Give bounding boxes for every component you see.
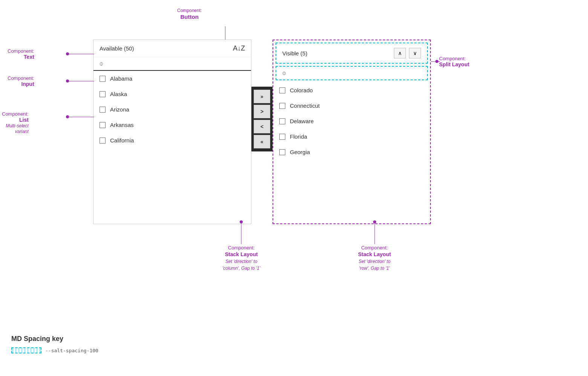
split-layout-label: Component: Split Layout bbox=[439, 56, 469, 67]
split-layout-annotation: Component: Split Layout bbox=[439, 56, 469, 67]
button-component-label: Component: bbox=[177, 8, 202, 13]
stack-right-desc2: 'row', Gap to '1' bbox=[359, 266, 390, 271]
text-annot-dot bbox=[66, 52, 69, 55]
checkbox-delaware[interactable] bbox=[279, 118, 285, 124]
list-item[interactable]: Colorado bbox=[273, 83, 430, 98]
split-annot-dot bbox=[435, 60, 438, 63]
checkbox-alaska[interactable] bbox=[100, 91, 106, 97]
right-filter-input[interactable] bbox=[289, 70, 421, 76]
chevron-up-button[interactable]: ∧ bbox=[394, 48, 406, 58]
stack-left-desc1: Set 'direction' to bbox=[225, 259, 257, 264]
list-item[interactable]: Alaska bbox=[93, 86, 251, 102]
item-label-alabama: Alabama bbox=[110, 75, 132, 82]
filter-icon-right: ⌽ bbox=[282, 70, 286, 76]
checkbox-arkansas[interactable] bbox=[100, 122, 106, 128]
item-label-arkansas: Arkansas bbox=[110, 122, 134, 128]
spacing-swatch bbox=[11, 347, 41, 353]
spacing-label: --salt-spacing-100 bbox=[45, 348, 98, 353]
item-label-colorado: Colorado bbox=[290, 87, 313, 93]
item-label-florida: Florida bbox=[290, 133, 307, 140]
list-item[interactable]: Georgia bbox=[273, 144, 430, 160]
right-panel: Visible (5) ∧ ∨ ⌽ Colorado Connect bbox=[273, 40, 431, 224]
text-label: Component: Text bbox=[8, 48, 34, 60]
stack-right-line-up bbox=[374, 222, 375, 244]
left-panel-header: Available (50) A↓Z bbox=[93, 40, 251, 57]
left-list: Alabama Alaska Arizona Arkansas Californ… bbox=[93, 71, 251, 224]
list-component-annotation: Component: List Multi-selectvariant bbox=[2, 111, 29, 134]
checkbox-arizona[interactable] bbox=[100, 107, 106, 113]
stack-right-comp-label: Component: bbox=[361, 245, 388, 251]
left-filter-input[interactable] bbox=[106, 61, 245, 67]
spacing-key-item: --salt-spacing-100 bbox=[11, 347, 98, 353]
list-annot-line bbox=[68, 117, 94, 117]
checkbox-alabama[interactable] bbox=[100, 76, 106, 82]
list-item[interactable]: Arkansas bbox=[93, 117, 251, 133]
stack-left-line-up bbox=[241, 222, 242, 244]
list-item[interactable]: Alabama bbox=[93, 71, 251, 86]
item-label-delaware: Delaware bbox=[290, 118, 314, 124]
stack-right-comp-name: Stack Layout bbox=[358, 251, 391, 257]
main-canvas: Component: Button ▼ Available (50) A↓Z ⌽… bbox=[0, 0, 588, 376]
list-label: Component: List Multi-selectvariant bbox=[2, 111, 29, 134]
left-panel-title: Available (50) bbox=[100, 45, 134, 52]
move-all-right-button[interactable]: » bbox=[254, 90, 270, 103]
stack-layout-left-annotation: Component: Stack Layout Set 'direction' … bbox=[222, 244, 260, 271]
list-item[interactable]: Arizona bbox=[93, 102, 251, 117]
checkbox-florida[interactable] bbox=[279, 134, 285, 140]
right-filter-row: ⌽ bbox=[276, 66, 428, 80]
stack-left-desc2: 'column', Gap to '1' bbox=[222, 266, 260, 271]
spacing-key-title: MD Spacing key bbox=[11, 335, 98, 343]
checkbox-georgia[interactable] bbox=[279, 149, 285, 155]
item-label-georgia: Georgia bbox=[290, 149, 310, 155]
text-annot-line bbox=[68, 54, 94, 54]
chevron-buttons: ∧ ∨ bbox=[394, 48, 421, 58]
button-component-name: Button bbox=[181, 14, 199, 20]
checkbox-colorado[interactable] bbox=[279, 87, 285, 93]
checkbox-connecticut[interactable] bbox=[279, 103, 285, 109]
left-panel: Available (50) A↓Z ⌽ Alabama Alaska Ariz… bbox=[93, 40, 251, 224]
stack-layout-right-annotation: Component: Stack Layout Set 'direction' … bbox=[358, 244, 391, 271]
move-left-button[interactable]: < bbox=[254, 120, 270, 133]
sort-icon[interactable]: A↓Z bbox=[233, 44, 245, 52]
move-all-left-button[interactable]: « bbox=[254, 135, 270, 148]
transfer-buttons-panel: » > < « bbox=[251, 87, 273, 151]
item-label-arizona: Arizona bbox=[110, 106, 129, 113]
list-item[interactable]: Florida bbox=[273, 129, 430, 144]
stack-left-comp-label: Component: bbox=[228, 245, 255, 251]
item-label-connecticut: Connecticut bbox=[290, 102, 320, 109]
input-label: Component: Input bbox=[8, 75, 34, 87]
input-component-annotation: Component: Input bbox=[8, 75, 34, 87]
checkbox-california[interactable] bbox=[100, 138, 106, 144]
spacing-key: MD Spacing key --salt-spacing-100 bbox=[11, 335, 98, 353]
right-panel-header: Visible (5) ∧ ∨ bbox=[276, 43, 428, 64]
list-item[interactable]: Delaware bbox=[273, 113, 430, 129]
chevron-down-button[interactable]: ∨ bbox=[409, 48, 421, 58]
right-list: Colorado Connecticut Delaware Florida Ge… bbox=[273, 83, 430, 223]
item-label-california: California bbox=[110, 137, 134, 144]
button-annotation: Component: Button bbox=[177, 7, 202, 20]
list-item[interactable]: California bbox=[93, 133, 251, 148]
input-annot-dot bbox=[66, 79, 69, 83]
list-item[interactable]: Connecticut bbox=[273, 98, 430, 113]
input-annot-line bbox=[68, 81, 94, 81]
right-panel-inner: Visible (5) ∧ ∨ ⌽ Colorado Connect bbox=[273, 40, 430, 223]
move-right-button[interactable]: > bbox=[254, 105, 270, 118]
list-annot-dot bbox=[66, 115, 69, 118]
right-panel-title: Visible (5) bbox=[282, 50, 307, 57]
stack-left-dot-up bbox=[240, 220, 243, 223]
text-component-annotation: Component: Text bbox=[8, 48, 34, 60]
stack-right-desc1: Set 'direction' to bbox=[358, 259, 390, 264]
button-annot-line bbox=[225, 26, 225, 41]
stack-left-comp-name: Stack Layout bbox=[225, 251, 258, 257]
item-label-alaska: Alaska bbox=[110, 91, 127, 97]
left-filter-row: ⌽ bbox=[93, 57, 251, 71]
stack-right-dot-up bbox=[373, 220, 376, 223]
filter-icon-left: ⌽ bbox=[100, 60, 103, 67]
